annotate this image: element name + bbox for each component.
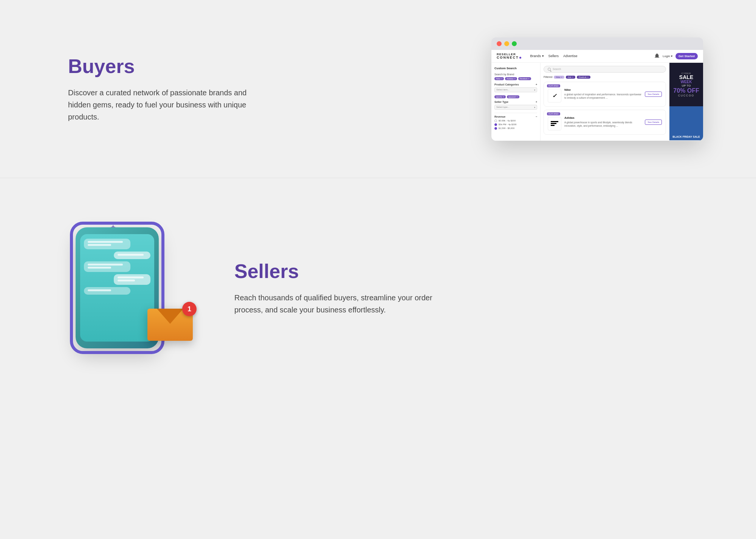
filter-brand-label: Search by Brand	[494, 73, 537, 76]
black-friday-label: BLACK FRIDAY SALE	[672, 135, 700, 138]
buyers-section: Buyers Discover a curated network of pas…	[0, 0, 756, 178]
window-minimize-dot[interactable]	[504, 41, 509, 46]
mock-content: Custom Search Search by Brand Nike × Adi…	[491, 63, 703, 141]
tag-apparel[interactable]: apparel ×	[507, 95, 519, 98]
adidas-bars-icon	[551, 121, 558, 126]
mock-nav-links: Brands ▾ Sellers Advertise	[530, 54, 648, 58]
mock-main-results: Search Filtered Nike × Adv × Reebok × FE…	[541, 63, 669, 141]
revenue-label: Revenue −	[494, 115, 537, 118]
browser-titlebar	[491, 37, 703, 50]
filter-product-section: Product Categories + Select item... ▾	[494, 83, 537, 92]
seller-type-label: Seller Type +	[494, 101, 537, 103]
mock-logo: RESELLER CONNECT	[497, 53, 521, 59]
ad-cyber-sale: CYBER SALE WEEK UP TO 70% OFF CUCCOO	[669, 63, 703, 106]
adidas-badge: FEATURED	[547, 112, 560, 115]
up-to-label: UP TO	[682, 84, 691, 87]
buyers-heading: Buyers	[68, 55, 265, 78]
envelope-notification: 1	[140, 299, 193, 341]
chat-bubble-4	[114, 274, 150, 285]
chat-bubble-5	[84, 287, 130, 295]
logo-dot	[519, 57, 521, 59]
adidas-bar-3	[551, 125, 555, 126]
search-icon	[548, 68, 551, 71]
chip-reebok[interactable]: Reebok ×	[577, 76, 590, 79]
chat-bubble-2	[114, 252, 150, 259]
browser-mockup: RESELLER CONNECT Brands ▾ Sellers Advert…	[491, 37, 703, 141]
chat-bubble-3	[84, 261, 130, 272]
tag-nike[interactable]: Nike ×	[494, 77, 504, 80]
product-category-select[interactable]: Select item... ▾	[494, 87, 537, 92]
brand-card-adidas: FEATURED Adidas A global powerhouse in s…	[544, 110, 666, 135]
nike-swoosh-icon: ✓	[552, 93, 557, 99]
filtered-row: Filtered Nike × Adv × Reebok ×	[544, 76, 666, 79]
adidas-name: Adidas	[564, 116, 642, 120]
buyers-description: Discover a curated network of passionate…	[68, 87, 265, 123]
phone-illustration: ✦ ✦ ✦	[53, 212, 197, 363]
nike-info: Nike a global symbol of inspiration and …	[564, 88, 642, 99]
nav-advertise[interactable]: Advertise	[563, 54, 578, 58]
nike-logo-container: ✓	[548, 89, 561, 103]
login-button[interactable]: Login ▾	[663, 54, 672, 58]
envelope: 1	[147, 309, 193, 341]
sidebar-divider	[494, 113, 537, 113]
sellers-description: Reach thousands of qualified buyers, str…	[234, 292, 446, 316]
tag-adidas[interactable]: Adidas ×	[505, 77, 517, 80]
nav-brands[interactable]: Brands ▾	[530, 54, 544, 58]
mock-nav-right: Login ▾ Get Started	[654, 53, 698, 59]
revenue-option-1[interactable]: $0.99k - 4p $200	[494, 120, 537, 122]
adidas-info: Adidas A global powerhouse in sports and…	[564, 116, 642, 127]
sidebar-title: Custom Search	[494, 67, 537, 70]
notification-badge: 1	[182, 302, 197, 316]
brand-card-nike: FEATURED ✓ Nike a global symbol of inspi…	[544, 82, 666, 107]
sellers-text-block: Sellers Reach thousands of qualified buy…	[234, 260, 446, 316]
radio-1[interactable]	[494, 120, 497, 122]
product-categories-label: Product Categories +	[494, 83, 537, 86]
adidas-desc: A global powerhouse in sports and lifest…	[564, 121, 642, 127]
revenue-option-3[interactable]: $1,500 - $5,000	[494, 127, 537, 130]
seller-type-select[interactable]: Select type... ▾	[494, 105, 537, 110]
browser-body: RESELLER CONNECT Brands ▾ Sellers Advert…	[491, 50, 703, 141]
filter-revenue-section: Revenue − $0.99k - 4p $200 $5k PM - 4p $…	[494, 115, 537, 130]
brand-label: CUCCOO	[678, 94, 694, 97]
mock-navbar: RESELLER CONNECT Brands ▾ Sellers Advert…	[491, 50, 703, 63]
sale-label: SALE	[679, 75, 693, 80]
chip-adv[interactable]: Adv ×	[566, 76, 576, 79]
radio-2[interactable]	[494, 123, 497, 126]
radio-3[interactable]	[494, 127, 497, 130]
off-label: 70% OFF	[673, 87, 699, 94]
buyers-text-block: Buyers Discover a curated network of pas…	[68, 55, 265, 123]
search-placeholder: Search	[553, 68, 561, 70]
revenue-option-2[interactable]: $5k PM - 4p $200	[494, 123, 537, 126]
window-close-dot[interactable]	[497, 41, 502, 46]
ad-black-friday: BLACK FRIDAY SALE	[669, 106, 703, 140]
week-label: WEEK	[681, 80, 692, 84]
tag-reebok[interactable]: Reebok ×	[518, 77, 531, 80]
nike-desc: a global symbol of inspiration and perfo…	[564, 93, 642, 99]
adidas-bar-1	[551, 121, 558, 122]
mock-sidebar: Custom Search Search by Brand Nike × Adi…	[491, 63, 541, 141]
sellers-section: ✦ ✦ ✦	[0, 178, 756, 398]
nike-name: Nike	[564, 88, 642, 92]
nike-badge: FEATURED	[547, 84, 560, 87]
status-tags: sports × apparel ×	[494, 95, 537, 98]
filter-brand-section: Search by Brand Nike × Adidas × Reebok ×	[494, 73, 537, 80]
chip-nike[interactable]: Nike ×	[554, 76, 564, 79]
adidas-bar-2	[551, 123, 556, 124]
filtered-label: Filtered	[544, 76, 552, 78]
tag-sports[interactable]: sports ×	[494, 95, 506, 98]
nike-see-details[interactable]: See Details	[645, 92, 662, 97]
mock-ad-panel: CYBER SALE WEEK UP TO 70% OFF CUCCOO BLA…	[669, 63, 703, 141]
sellers-heading: Sellers	[234, 260, 446, 283]
notification-bell-icon[interactable]	[654, 53, 660, 59]
get-started-button[interactable]: Get Started	[675, 53, 698, 59]
adidas-logo-container	[548, 117, 561, 130]
search-bar[interactable]: Search	[544, 66, 666, 73]
brand-filter-tags: Nike × Adidas × Reebok ×	[494, 77, 537, 80]
adidas-see-details[interactable]: See Details	[645, 120, 662, 125]
chat-bubble-1	[84, 239, 130, 249]
filter-seller-section: Seller Type + Select type... ▾	[494, 101, 537, 110]
window-maximize-dot[interactable]	[512, 41, 517, 46]
nav-sellers[interactable]: Sellers	[548, 54, 559, 58]
